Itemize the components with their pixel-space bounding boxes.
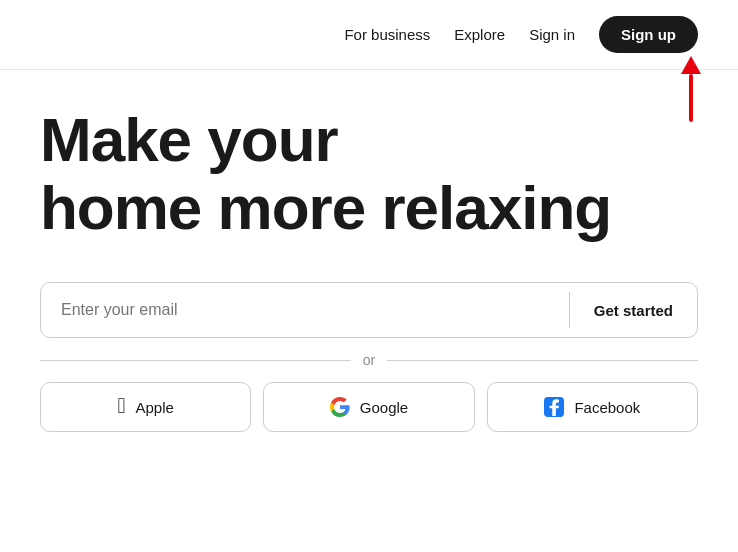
hero-title-line1: Make your bbox=[40, 105, 338, 174]
header: For business Explore Sign in Sign up bbox=[0, 0, 738, 70]
or-line-right bbox=[387, 360, 698, 361]
social-buttons-row:  Apple Google Facebook bbox=[40, 382, 698, 432]
facebook-signin-button[interactable]: Facebook bbox=[487, 382, 698, 432]
arrow-annotation bbox=[681, 56, 701, 122]
get-started-button[interactable]: Get started bbox=[570, 302, 697, 319]
nav-sign-in[interactable]: Sign in bbox=[529, 26, 575, 43]
arrow-shaft bbox=[689, 74, 693, 122]
apple-label: Apple bbox=[136, 399, 174, 416]
nav-explore[interactable]: Explore bbox=[454, 26, 505, 43]
form-section: Get started or  Apple Google bbox=[0, 274, 738, 456]
google-signin-button[interactable]: Google bbox=[263, 382, 474, 432]
or-line-left bbox=[40, 360, 351, 361]
apple-signin-button[interactable]:  Apple bbox=[40, 382, 251, 432]
signup-button[interactable]: Sign up bbox=[599, 16, 698, 53]
google-icon bbox=[330, 397, 350, 417]
nav-for-business[interactable]: For business bbox=[344, 26, 430, 43]
facebook-label: Facebook bbox=[574, 399, 640, 416]
arrow-head-icon bbox=[681, 56, 701, 74]
hero-title-line2: home more relaxing bbox=[40, 173, 611, 242]
email-form: Get started bbox=[40, 282, 698, 338]
hero-section: Make your home more relaxing bbox=[0, 70, 738, 274]
or-text: or bbox=[363, 352, 375, 368]
facebook-icon bbox=[544, 397, 564, 417]
hero-title: Make your home more relaxing bbox=[40, 106, 698, 242]
or-divider: or bbox=[40, 352, 698, 368]
apple-icon:  bbox=[117, 395, 125, 417]
email-input[interactable] bbox=[41, 301, 569, 319]
google-label: Google bbox=[360, 399, 408, 416]
